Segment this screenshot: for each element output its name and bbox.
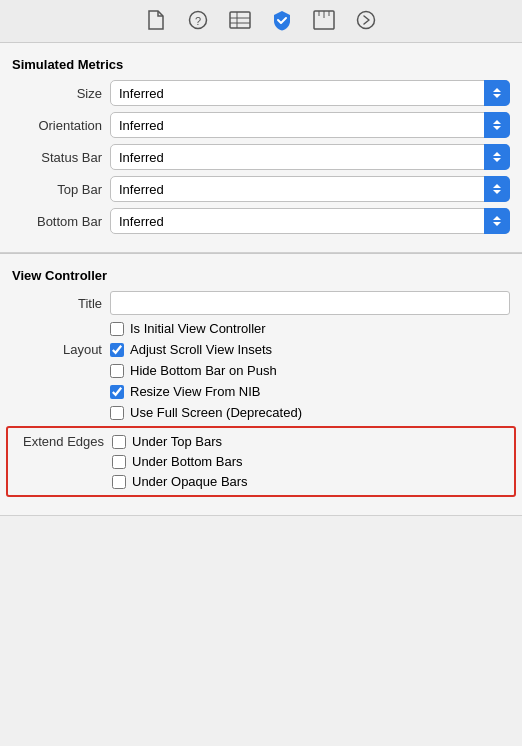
adjust-scroll-item: Adjust Scroll View Insets xyxy=(110,342,272,357)
title-input[interactable] xyxy=(110,291,510,315)
top-bar-dropdown[interactable]: Inferred xyxy=(110,176,510,202)
status-bar-dropdown-wrapper: Inferred xyxy=(110,144,510,170)
is-initial-row: Is Initial View Controller xyxy=(0,321,522,336)
layout-label: Layout xyxy=(12,342,102,357)
under-bottom-bars-label: Under Bottom Bars xyxy=(132,454,243,469)
top-bar-dropdown-wrapper: Inferred xyxy=(110,176,510,202)
under-top-bars-item: Under Top Bars xyxy=(112,434,222,449)
help-icon[interactable]: ? xyxy=(186,8,210,32)
size-dropdown-wrapper: Inferred xyxy=(110,80,510,106)
orientation-label: Orientation xyxy=(12,118,102,133)
under-top-bars-row: Extend Edges Under Top Bars xyxy=(8,434,514,449)
svg-point-10 xyxy=(358,12,375,29)
full-screen-item: Use Full Screen (Deprecated) xyxy=(110,405,302,420)
extend-edges-box: Extend Edges Under Top Bars Under Bottom… xyxy=(6,426,516,497)
under-opaque-bars-item: Under Opaque Bars xyxy=(112,474,248,489)
simulated-metrics-section: Simulated Metrics Size Inferred Orientat… xyxy=(0,43,522,253)
top-bar-row: Top Bar Inferred xyxy=(0,176,522,202)
status-bar-label: Status Bar xyxy=(12,150,102,165)
hide-bottom-bar-checkbox[interactable] xyxy=(110,364,124,378)
list-icon[interactable] xyxy=(228,8,252,32)
hide-bottom-bar-label: Hide Bottom Bar on Push xyxy=(130,363,277,378)
hide-bottom-bar-row: Hide Bottom Bar on Push xyxy=(0,363,522,378)
orientation-dropdown-wrapper: Inferred xyxy=(110,112,510,138)
hide-bottom-bar-item: Hide Bottom Bar on Push xyxy=(110,363,277,378)
bottom-bar-label: Bottom Bar xyxy=(12,214,102,229)
forward-arrow-icon[interactable] xyxy=(354,8,378,32)
bottom-bar-dropdown-wrapper: Inferred xyxy=(110,208,510,234)
under-top-bars-checkbox[interactable] xyxy=(112,435,126,449)
view-controller-section: View Controller Title Is Initial View Co… xyxy=(0,254,522,516)
adjust-scroll-row: Layout Adjust Scroll View Insets xyxy=(0,342,522,357)
orientation-row: Orientation Inferred xyxy=(0,112,522,138)
simulated-metrics-title: Simulated Metrics xyxy=(0,53,522,80)
title-row: Title xyxy=(0,291,522,315)
is-initial-checkbox-item: Is Initial View Controller xyxy=(110,321,266,336)
adjust-scroll-checkbox[interactable] xyxy=(110,343,124,357)
is-initial-checkbox[interactable] xyxy=(110,322,124,336)
ruler-icon[interactable] xyxy=(312,8,336,32)
is-initial-label: Is Initial View Controller xyxy=(130,321,266,336)
title-label: Title xyxy=(12,296,102,311)
full-screen-label: Use Full Screen (Deprecated) xyxy=(130,405,302,420)
resize-view-item: Resize View From NIB xyxy=(110,384,261,399)
bottom-bar-row: Bottom Bar Inferred xyxy=(0,208,522,234)
full-screen-row: Use Full Screen (Deprecated) xyxy=(0,405,522,420)
extend-edges-label: Extend Edges xyxy=(14,434,104,449)
resize-view-label: Resize View From NIB xyxy=(130,384,261,399)
adjust-scroll-label: Adjust Scroll View Insets xyxy=(130,342,272,357)
use-full-screen-checkbox[interactable] xyxy=(110,406,124,420)
under-opaque-bars-label: Under Opaque Bars xyxy=(132,474,248,489)
svg-text:?: ? xyxy=(195,15,201,27)
svg-rect-2 xyxy=(230,12,250,28)
toolbar: ? xyxy=(0,0,522,43)
top-bar-label: Top Bar xyxy=(12,182,102,197)
size-row: Size Inferred xyxy=(0,80,522,106)
status-bar-row: Status Bar Inferred xyxy=(0,144,522,170)
shield-icon[interactable] xyxy=(270,8,294,32)
resize-view-checkbox[interactable] xyxy=(110,385,124,399)
under-bottom-bars-checkbox[interactable] xyxy=(112,455,126,469)
resize-view-row: Resize View From NIB xyxy=(0,384,522,399)
bottom-bar-dropdown[interactable]: Inferred xyxy=(110,208,510,234)
size-dropdown[interactable]: Inferred xyxy=(110,80,510,106)
under-top-bars-label: Under Top Bars xyxy=(132,434,222,449)
size-label: Size xyxy=(12,86,102,101)
under-bottom-bars-item: Under Bottom Bars xyxy=(112,454,243,469)
view-controller-title: View Controller xyxy=(0,264,522,291)
status-bar-dropdown[interactable]: Inferred xyxy=(110,144,510,170)
under-opaque-bars-row: Under Opaque Bars xyxy=(8,474,514,489)
under-bottom-bars-row: Under Bottom Bars xyxy=(8,454,514,469)
file-icon[interactable] xyxy=(144,8,168,32)
orientation-dropdown[interactable]: Inferred xyxy=(110,112,510,138)
under-opaque-bars-checkbox[interactable] xyxy=(112,475,126,489)
